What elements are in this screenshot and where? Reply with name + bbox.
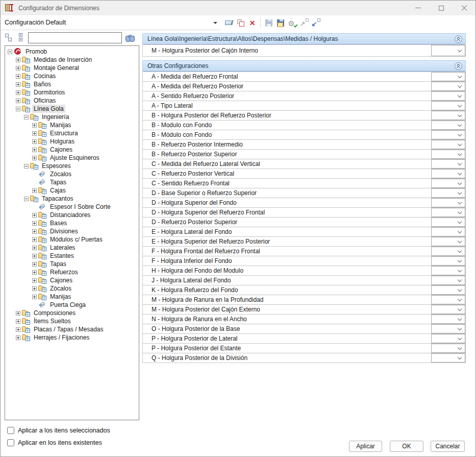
expander-icon[interactable] xyxy=(32,213,37,218)
tree-item[interactable]: Cajones xyxy=(5,146,139,154)
tree-item-label[interactable]: Bases xyxy=(48,219,68,227)
field-value-combobox[interactable] xyxy=(431,227,465,236)
tree-item[interactable]: Herrajes / Fijaciones xyxy=(5,333,139,342)
field-value-combobox[interactable] xyxy=(431,256,465,266)
expander-icon[interactable] xyxy=(8,50,12,54)
field-value-combobox[interactable] xyxy=(431,130,465,139)
expander-icon[interactable] xyxy=(32,246,37,250)
field-value-combobox[interactable] xyxy=(431,208,465,217)
tree-item[interactable]: Módulos c/ Puertas xyxy=(5,235,139,244)
expander-icon[interactable] xyxy=(16,99,20,103)
tree-item[interactable]: Tapas xyxy=(5,260,139,268)
tree-item[interactable]: Ítems Sueltos xyxy=(5,317,139,325)
field-value-combobox[interactable] xyxy=(431,247,465,256)
search-input[interactable] xyxy=(28,32,122,43)
expander-icon[interactable] xyxy=(32,221,37,226)
apply-selected-items-checkbox[interactable] xyxy=(7,427,14,434)
tree-item[interactable]: Estantes xyxy=(5,252,139,260)
field-value-combobox[interactable] xyxy=(431,150,465,159)
field-value-combobox[interactable] xyxy=(431,218,465,227)
tree-item-label[interactable]: Cajones xyxy=(48,276,74,284)
tree-item[interactable]: Cajones xyxy=(5,276,139,284)
field-value-combobox[interactable] xyxy=(431,179,465,188)
tree-item[interactable]: Ingeniería xyxy=(5,113,139,121)
field-value-combobox[interactable] xyxy=(431,315,465,324)
field-value-combobox[interactable] xyxy=(431,198,465,207)
tree-item[interactable]: Oficinas xyxy=(5,97,139,105)
field-value-combobox[interactable] xyxy=(431,305,465,314)
tree-item-label[interactable]: Divisiones xyxy=(48,227,80,235)
tree-item[interactable]: Refuerzos xyxy=(5,268,139,276)
expander-icon[interactable] xyxy=(16,82,20,87)
apply-existing-items-checkbox[interactable] xyxy=(7,439,14,446)
field-value-combobox[interactable] xyxy=(431,266,465,275)
tree-item-label[interactable]: Placas / Tapas / Mesadas xyxy=(32,325,105,333)
expander-icon[interactable] xyxy=(32,156,37,160)
tree-item-label[interactable]: Estantes xyxy=(48,252,76,260)
tree-item-label[interactable]: Oficinas xyxy=(32,97,57,105)
tree-item-label[interactable]: Puerta Ciega xyxy=(48,301,87,309)
tree-item-label[interactable]: Cajas xyxy=(48,186,67,195)
field-value-combobox[interactable] xyxy=(431,324,465,333)
tree-item[interactable]: Holguras xyxy=(5,137,139,146)
binoculars-icon[interactable] xyxy=(125,34,135,42)
tree-item-label[interactable]: Baños xyxy=(32,80,53,88)
field-value-combobox[interactable] xyxy=(431,72,465,81)
field-value-combobox[interactable] xyxy=(431,101,465,110)
expander-icon[interactable] xyxy=(16,107,20,111)
field-value-combobox[interactable] xyxy=(431,91,465,101)
expander-icon[interactable] xyxy=(16,90,20,95)
tree-item[interactable]: Bases xyxy=(5,219,139,227)
close-button[interactable] xyxy=(453,1,475,15)
field-value-combobox[interactable] xyxy=(431,140,465,149)
tree-item[interactable]: Medidas de Inserción xyxy=(5,56,139,64)
tree-item[interactable]: Dormitorios xyxy=(5,88,139,97)
tree-item-label[interactable]: Módulos c/ Puertas xyxy=(48,235,104,244)
field-value-combobox[interactable] xyxy=(431,353,465,363)
expander-icon[interactable] xyxy=(16,327,20,332)
expander-icon[interactable] xyxy=(16,311,20,316)
rename-config-button[interactable]: I xyxy=(223,17,234,29)
expander-icon[interactable] xyxy=(32,286,37,291)
tree-item-label[interactable]: Montaje General xyxy=(32,64,81,72)
tree-view[interactable]: Promob Medidas de Inserción Montaje Gene… xyxy=(5,45,139,420)
copy-config-button[interactable] xyxy=(235,17,246,29)
field-value-combobox[interactable] xyxy=(431,82,465,91)
expander-icon[interactable] xyxy=(16,319,20,324)
tree-item-label[interactable]: Composiciones xyxy=(32,309,77,317)
field-value-combobox[interactable] xyxy=(431,188,465,198)
tree-item-label[interactable]: Tapacantos xyxy=(40,195,74,203)
field-value-combobox[interactable] xyxy=(431,344,465,353)
tree-item-label[interactable]: Zócalos xyxy=(48,170,73,178)
expander-icon[interactable] xyxy=(24,164,29,169)
tree-item[interactable]: Cajas xyxy=(5,186,139,195)
tree-item[interactable]: Manijas xyxy=(5,293,139,301)
tree-item-label[interactable]: Dormitorios xyxy=(32,88,66,97)
expander-icon[interactable] xyxy=(16,74,20,79)
tree-item[interactable]: Cocinas xyxy=(5,72,139,80)
expander-icon[interactable] xyxy=(32,123,37,128)
tree-item[interactable]: Línea Gola xyxy=(5,105,139,113)
tree-item[interactable]: Divisiones xyxy=(5,227,139,235)
cancel-button[interactable]: Cancelar xyxy=(431,441,465,452)
tree-item[interactable]: Distanciadores xyxy=(5,211,139,219)
save-as-button[interactable] xyxy=(275,17,286,29)
tree-item[interactable]: Espesores xyxy=(5,162,139,170)
apply-settings-button[interactable]: ⚙ xyxy=(287,17,297,29)
expander-icon[interactable] xyxy=(32,278,37,283)
apply-button[interactable]: Aplicar xyxy=(349,441,382,452)
tree-item-label[interactable]: Medidas de Inserción xyxy=(32,56,93,64)
tree-item-label[interactable]: Herrajes / Fijaciones xyxy=(32,333,91,342)
expander-icon[interactable] xyxy=(24,115,29,119)
tree-item[interactable]: Espesor I Sobre Corte xyxy=(5,203,139,211)
expander-icon[interactable] xyxy=(32,262,37,267)
field-value-combobox[interactable] xyxy=(431,295,465,304)
collapse-section-icon[interactable] xyxy=(455,62,462,70)
expander-icon[interactable] xyxy=(32,131,37,136)
tree-item[interactable]: Composiciones xyxy=(5,309,139,317)
save-button-toolbar[interactable] xyxy=(263,17,274,29)
tree-item[interactable]: Puerta Ciega xyxy=(5,301,139,309)
tree-item[interactable]: Tapas xyxy=(5,178,139,186)
field-value-combobox[interactable] xyxy=(431,276,465,285)
minimize-button[interactable] xyxy=(407,1,430,15)
